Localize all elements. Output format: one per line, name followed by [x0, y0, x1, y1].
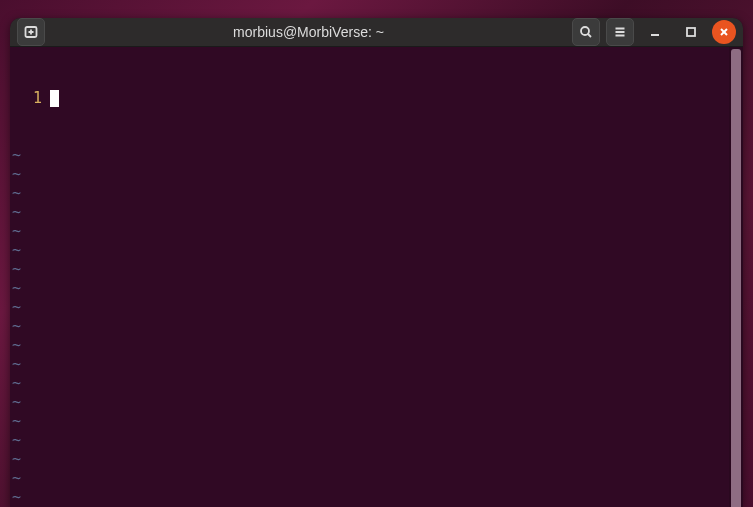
tilde: ~: [10, 165, 21, 184]
tilde: ~: [10, 279, 21, 298]
hamburger-icon: [612, 24, 628, 40]
empty-line-marker: ~: [10, 165, 729, 184]
empty-line-marker: ~: [10, 336, 729, 355]
new-tab-button[interactable]: [17, 18, 45, 46]
search-button[interactable]: [572, 18, 600, 46]
tilde: ~: [10, 203, 21, 222]
hamburger-menu-button[interactable]: [606, 18, 634, 46]
line-content: [46, 89, 729, 108]
tilde: ~: [10, 488, 21, 507]
tilde: ~: [10, 374, 21, 393]
tilde: ~: [10, 431, 21, 450]
tilde: ~: [10, 298, 21, 317]
empty-line-marker: ~: [10, 355, 729, 374]
cursor: [50, 90, 59, 107]
empty-line-marker: ~: [10, 317, 729, 336]
empty-line-marker: ~: [10, 450, 729, 469]
search-icon: [578, 24, 594, 40]
close-button[interactable]: [712, 20, 736, 44]
tilde: ~: [10, 412, 21, 431]
tilde: ~: [10, 260, 21, 279]
empty-line-marker: ~: [10, 260, 729, 279]
scrollbar[interactable]: [729, 47, 743, 507]
tilde: ~: [10, 146, 21, 165]
tilde: ~: [10, 222, 21, 241]
svg-rect-9: [687, 28, 695, 36]
empty-line-marker: ~: [10, 298, 729, 317]
empty-line-marker: ~: [10, 374, 729, 393]
tilde: ~: [10, 241, 21, 260]
new-tab-icon: [23, 24, 39, 40]
terminal-content[interactable]: 1 ~~~~~~~~~~~~~~~~~~~~~ :set number 0,0-…: [10, 47, 743, 507]
titlebar: morbius@MorbiVerse: ~: [10, 18, 743, 47]
tilde: ~: [10, 317, 21, 336]
empty-line-marker: ~: [10, 412, 729, 431]
empty-line-marker: ~: [10, 393, 729, 412]
tilde: ~: [10, 450, 21, 469]
scrollbar-thumb[interactable]: [731, 49, 741, 507]
svg-line-4: [588, 34, 591, 37]
empty-line-marker: ~: [10, 431, 729, 450]
maximize-icon: [684, 25, 698, 39]
empty-line-marker: ~: [10, 184, 729, 203]
empty-line-marker: ~: [10, 146, 729, 165]
maximize-button[interactable]: [676, 18, 706, 46]
empty-line-marker: ~: [10, 203, 729, 222]
terminal-window: morbius@MorbiVerse: ~: [10, 18, 743, 507]
editor-line: 1: [10, 89, 729, 108]
empty-line-marker: ~: [10, 241, 729, 260]
svg-point-3: [581, 27, 589, 35]
tilde: ~: [10, 393, 21, 412]
empty-line-marker: ~: [10, 469, 729, 488]
close-icon: [718, 26, 730, 38]
line-number: 1: [10, 89, 46, 108]
tilde: ~: [10, 184, 21, 203]
window-title: morbius@MorbiVerse: ~: [51, 24, 566, 40]
empty-line-marker: ~: [10, 488, 729, 507]
minimize-button[interactable]: [640, 18, 670, 46]
empty-line-marker: ~: [10, 222, 729, 241]
tilde: ~: [10, 336, 21, 355]
tilde: ~: [10, 355, 21, 374]
minimize-icon: [648, 25, 662, 39]
empty-line-marker: ~: [10, 279, 729, 298]
tilde: ~: [10, 469, 21, 488]
editor-area[interactable]: 1 ~~~~~~~~~~~~~~~~~~~~~ :set number 0,0-…: [10, 47, 729, 507]
